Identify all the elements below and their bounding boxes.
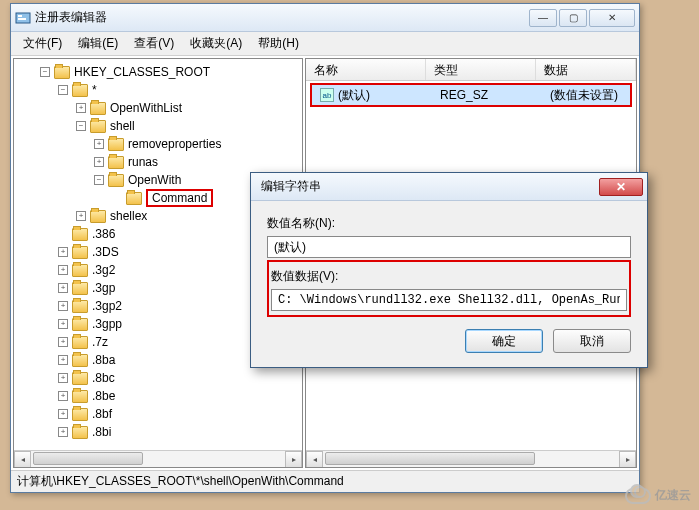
- tree-node-removeproperties[interactable]: +removeproperties: [18, 135, 302, 153]
- dialog-buttons: 确定 取消: [267, 329, 631, 353]
- tree-label: .8bf: [92, 407, 112, 421]
- expand-icon[interactable]: +: [58, 337, 68, 347]
- scroll-left-icon[interactable]: ◂: [306, 451, 323, 468]
- tree-node-openwithlist[interactable]: +OpenWithList: [18, 99, 302, 117]
- minimize-button[interactable]: —: [529, 9, 557, 27]
- dialog-body: 数值名称(N): (默认) 数值数据(V): 确定 取消: [251, 201, 647, 367]
- expand-icon[interactable]: +: [94, 139, 104, 149]
- dialog-close-button[interactable]: ✕: [599, 178, 643, 196]
- tree-label: shellex: [110, 209, 147, 223]
- values-hscrollbar[interactable]: ◂ ▸: [306, 450, 636, 467]
- collapse-icon[interactable]: −: [94, 175, 104, 185]
- edit-string-dialog: 编辑字符串 ✕ 数值名称(N): (默认) 数值数据(V): 确定 取消: [250, 172, 648, 368]
- tree-label: HKEY_CLASSES_ROOT: [74, 65, 210, 79]
- tree-label: .8bi: [92, 425, 111, 439]
- menu-favorites[interactable]: 收藏夹(A): [182, 32, 250, 55]
- window-title: 注册表编辑器: [35, 9, 529, 26]
- expand-icon[interactable]: +: [58, 265, 68, 275]
- tree-node-shell[interactable]: −shell: [18, 117, 302, 135]
- string-value-icon: ab: [320, 88, 334, 102]
- column-headers: 名称 类型 数据: [306, 59, 636, 81]
- value-rows: ab (默认) REG_SZ (数值未设置): [312, 85, 630, 105]
- tree-node[interactable]: +.8bc: [18, 369, 302, 387]
- expand-icon[interactable]: +: [58, 283, 68, 293]
- value-data-input[interactable]: [271, 289, 627, 311]
- folder-icon: [108, 156, 124, 169]
- folder-icon: [72, 84, 88, 97]
- ok-button[interactable]: 确定: [465, 329, 543, 353]
- expand-icon[interactable]: +: [58, 301, 68, 311]
- value-row[interactable]: ab (默认) REG_SZ (数值未设置): [312, 85, 630, 105]
- tree-node-star[interactable]: −*: [18, 81, 302, 99]
- scroll-right-icon[interactable]: ▸: [619, 451, 636, 468]
- tree-node[interactable]: +.8be: [18, 387, 302, 405]
- folder-icon: [72, 300, 88, 313]
- statusbar: 计算机\HKEY_CLASSES_ROOT\*\shell\OpenWith\C…: [11, 470, 639, 492]
- scroll-right-icon[interactable]: ▸: [285, 451, 302, 468]
- svg-rect-2: [18, 18, 26, 20]
- cloud-icon: [625, 488, 651, 504]
- dialog-titlebar[interactable]: 编辑字符串 ✕: [251, 173, 647, 201]
- value-data-cell: (数值未设置): [542, 87, 630, 104]
- titlebar[interactable]: 注册表编辑器 — ▢ ✕: [11, 4, 639, 32]
- value-name-text: (默认): [274, 239, 306, 256]
- folder-icon: [126, 192, 142, 205]
- close-button[interactable]: ✕: [589, 9, 635, 27]
- scroll-left-icon[interactable]: ◂: [14, 451, 31, 468]
- folder-icon: [72, 282, 88, 295]
- tree-node-root[interactable]: −HKEY_CLASSES_ROOT: [18, 63, 302, 81]
- expand-icon[interactable]: +: [58, 373, 68, 383]
- collapse-icon[interactable]: −: [76, 121, 86, 131]
- scroll-thumb[interactable]: [325, 452, 535, 465]
- highlight-box: 数值数据(V):: [267, 260, 631, 317]
- col-data[interactable]: 数据: [536, 59, 636, 80]
- maximize-button[interactable]: ▢: [559, 9, 587, 27]
- value-data-label: 数值数据(V):: [271, 268, 627, 285]
- col-type[interactable]: 类型: [426, 59, 536, 80]
- collapse-icon[interactable]: −: [58, 85, 68, 95]
- expand-icon[interactable]: +: [58, 247, 68, 257]
- folder-icon: [72, 336, 88, 349]
- folder-icon: [108, 138, 124, 151]
- tree-node[interactable]: +.8bf: [18, 405, 302, 423]
- menu-help[interactable]: 帮助(H): [250, 32, 307, 55]
- col-name[interactable]: 名称: [306, 59, 426, 80]
- tree-label: .3gp: [92, 281, 115, 295]
- expand-icon[interactable]: +: [58, 427, 68, 437]
- value-type-cell: REG_SZ: [432, 88, 542, 102]
- cancel-button[interactable]: 取消: [553, 329, 631, 353]
- app-icon: [15, 10, 31, 26]
- expand-icon[interactable]: +: [94, 157, 104, 167]
- expand-icon[interactable]: +: [58, 391, 68, 401]
- tree-label-selected: Command: [146, 189, 213, 207]
- menu-file[interactable]: 文件(F): [15, 32, 70, 55]
- folder-icon: [72, 372, 88, 385]
- tree-hscrollbar[interactable]: ◂ ▸: [14, 450, 302, 467]
- expand-icon[interactable]: +: [58, 319, 68, 329]
- tree-node[interactable]: +.8bi: [18, 423, 302, 441]
- scroll-track[interactable]: [31, 451, 285, 467]
- value-name: (默认): [338, 87, 370, 104]
- expand-icon[interactable]: +: [76, 103, 86, 113]
- expand-icon[interactable]: +: [58, 355, 68, 365]
- tree-label: .3gpp: [92, 317, 122, 331]
- menu-view[interactable]: 查看(V): [126, 32, 182, 55]
- window-controls: — ▢ ✕: [529, 9, 635, 27]
- collapse-icon[interactable]: −: [40, 67, 50, 77]
- tree-node-runas[interactable]: +runas: [18, 153, 302, 171]
- expand-icon[interactable]: +: [76, 211, 86, 221]
- scroll-track[interactable]: [323, 451, 619, 467]
- tree-label: OpenWithList: [110, 101, 182, 115]
- tree-label: *: [92, 83, 97, 97]
- tree-label: .3gp2: [92, 299, 122, 313]
- folder-icon: [90, 210, 106, 223]
- svg-rect-1: [18, 15, 22, 17]
- highlight-box: ab (默认) REG_SZ (数值未设置): [310, 83, 632, 107]
- folder-icon: [72, 318, 88, 331]
- tree-label: .3DS: [92, 245, 119, 259]
- menu-edit[interactable]: 编辑(E): [70, 32, 126, 55]
- scroll-thumb[interactable]: [33, 452, 143, 465]
- folder-icon: [108, 174, 124, 187]
- expand-icon[interactable]: +: [58, 409, 68, 419]
- folder-icon: [72, 408, 88, 421]
